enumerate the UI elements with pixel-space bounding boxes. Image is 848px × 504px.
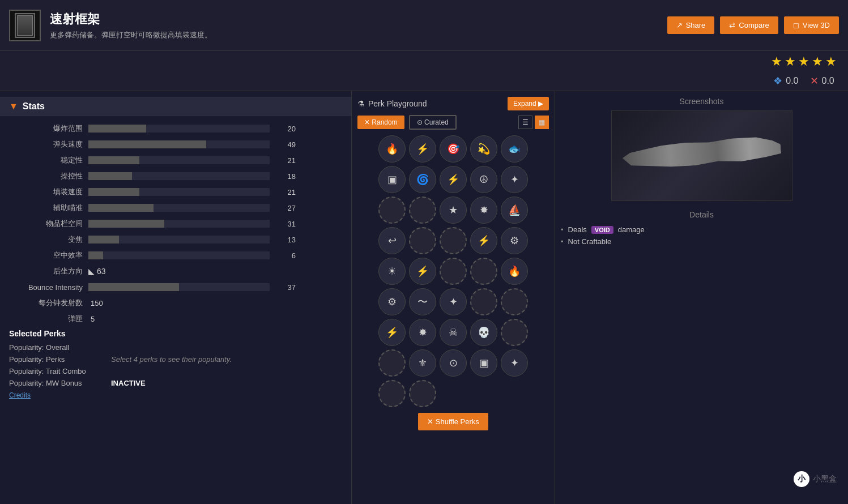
expand-button[interactable]: Expand ▶	[508, 97, 549, 110]
perk-icon[interactable]	[470, 258, 497, 285]
perk-icon[interactable]: ✸	[470, 197, 497, 224]
stat-value: 21	[275, 156, 296, 165]
perk-icon[interactable]: 🌀	[409, 166, 436, 193]
perk-icon[interactable]: 🔥	[378, 135, 406, 163]
perk-icon[interactable]: ⚡	[378, 319, 406, 346]
bullet-2: •	[561, 237, 564, 246]
perk-icon[interactable]: ✦	[440, 288, 467, 315]
credits-link[interactable]: Credits	[9, 391, 31, 399]
stat-value: 49	[275, 140, 296, 149]
stat-label: 操控性	[9, 171, 83, 181]
star-2[interactable]: ★	[785, 54, 796, 69]
perk-icon[interactable]: ☀	[378, 258, 406, 285]
stat-bar	[88, 172, 132, 180]
stats-title: Stats	[23, 101, 45, 112]
perk-icon[interactable]	[440, 258, 467, 285]
star-3[interactable]: ★	[798, 54, 809, 69]
perks-title: Selected Perks	[9, 329, 342, 338]
perk-playground-title: ⚗ Perk Playground	[357, 99, 427, 108]
perk-icon[interactable]: ⚡	[440, 166, 467, 193]
perk-icon[interactable]: ▣	[470, 349, 497, 377]
stat-row: Bounce Intensity37	[0, 279, 351, 295]
perk-icon[interactable]: ✸	[409, 319, 436, 346]
top-actions: ↗ Share ⇄ Compare ◻ View 3D	[667, 16, 839, 34]
perk-icon[interactable]	[409, 380, 436, 407]
perk-icon[interactable]: ⛵	[501, 197, 528, 224]
perk-icon[interactable]: ★	[440, 197, 467, 224]
perk-icon[interactable]: ⚙	[501, 227, 528, 254]
popularity-label: Popularity: Trait Combo	[9, 367, 111, 375]
perk-icon[interactable]: ⚡	[409, 258, 436, 285]
vote-counts: ❖ 0.0 ✕ 0.0	[773, 75, 834, 87]
stat-value: 31	[275, 220, 296, 228]
perk-icon[interactable]: ✦	[501, 166, 528, 193]
perk-icon[interactable]	[440, 227, 467, 254]
weapon-info: 速射框架 更多弹药储备。弹匣打空时可略微提高填装速度。	[50, 11, 667, 40]
perk-icon[interactable]	[378, 197, 406, 224]
perk-icon[interactable]	[409, 227, 436, 254]
perk-icon[interactable]: ✦	[501, 349, 528, 377]
compare-button[interactable]: ⇄ Compare	[720, 16, 778, 34]
perk-icon[interactable]	[470, 288, 497, 315]
list-view-button[interactable]: ☰	[518, 116, 532, 129]
rating-area: ★ ★ ★ ★ ★ ❖ 0.0 ✕ 0.0	[0, 51, 848, 91]
perk-icon[interactable]: 💀	[470, 319, 497, 346]
perk-icon[interactable]	[501, 319, 528, 346]
main-layout: ▼ Stats 爆炸范围20弹头速度49稳定性21操控性18填装速度21辅助瞄准…	[0, 91, 848, 504]
stat-bar	[88, 140, 206, 148]
perk-icon[interactable]: ⚡	[470, 227, 497, 254]
middle-panel: ⚗ Perk Playground Expand ▶ ✕ Random ⊙ Cu…	[351, 91, 555, 504]
curated-button[interactable]: ⊙ Curated	[409, 115, 457, 130]
perk-icon[interactable]: 💫	[470, 135, 497, 163]
shuffle-button[interactable]: ✕ Shuffle Perks	[418, 413, 488, 430]
perk-icon[interactable]	[378, 349, 406, 377]
perk-icon[interactable]: ⊙	[440, 349, 467, 377]
perk-icon[interactable]: 🐟	[501, 135, 528, 163]
perk-icon[interactable]: ⚡	[409, 135, 436, 163]
popularity-label: Popularity: MW Bonus	[9, 379, 111, 387]
perk-icon[interactable]: 〜	[409, 288, 436, 315]
perk-icon[interactable]: ☠	[440, 319, 467, 346]
perk-icon[interactable]	[501, 288, 528, 315]
random-button[interactable]: ✕ Random	[357, 116, 404, 129]
star-5[interactable]: ★	[825, 54, 837, 69]
grid-view-button[interactable]: ▦	[535, 116, 549, 129]
details-list: • Deals VOID damage • Not Craftable	[561, 224, 842, 247]
popularity-row: Popularity: Trait Combo	[9, 365, 342, 377]
view3d-button[interactable]: ◻ View 3D	[784, 16, 839, 34]
screenshot-image	[611, 110, 792, 201]
bullet-1: •	[561, 225, 564, 234]
stats-rows: 爆炸范围20弹头速度49稳定性21操控性18填装速度21辅助瞄准27物品栏空间3…	[0, 121, 351, 327]
stat-bar-container	[88, 283, 270, 291]
stat-value: 18	[275, 172, 296, 181]
star-4[interactable]: ★	[812, 54, 823, 69]
perk-icon[interactable]: ▣	[378, 166, 406, 193]
perk-icon[interactable]	[378, 380, 406, 407]
watermark-text: 小黑盒	[813, 474, 837, 484]
perk-icon[interactable]: ⚙	[378, 288, 406, 315]
perk-icon[interactable]	[409, 197, 436, 224]
watermark-logo: 小	[794, 471, 809, 487]
perk-icon[interactable]: ☮	[470, 166, 497, 193]
stat-label: 稳定性	[9, 155, 83, 165]
detail-text-1: Deals	[568, 225, 587, 234]
stat-value-text: 5	[91, 315, 95, 323]
popularity-value: INACTIVE	[111, 379, 146, 387]
stat-row: 每分钟发射数150	[0, 295, 351, 311]
stat-bar-container	[88, 204, 270, 212]
detail-text-1b: damage	[618, 225, 645, 234]
star-1[interactable]: ★	[771, 54, 782, 69]
popularity-row: Popularity: Overall	[9, 341, 342, 353]
stat-value: 13	[275, 236, 296, 244]
perk-icon[interactable]: ⚜	[409, 349, 436, 377]
perk-icon[interactable]: ↩	[378, 227, 406, 254]
stat-bar	[88, 236, 119, 244]
stat-label: 每分钟发射数	[9, 298, 83, 308]
shuffle-container: ✕ Shuffle Perks	[357, 413, 549, 430]
share-button[interactable]: ↗ Share	[667, 16, 715, 34]
vote-down-icon: ✕	[810, 75, 819, 87]
perk-icon[interactable]: 🎯	[440, 135, 467, 163]
perk-icon[interactable]: 🔥	[501, 258, 528, 285]
detail-item-craftable: • Not Craftable	[561, 236, 842, 247]
perk-grid: 🔥⚡🎯💫🐟▣🌀⚡☮✦★✸⛵↩⚡⚙☀⚡🔥⚙〜✦⚡✸☠💀⚜⊙▣✦	[357, 135, 549, 407]
